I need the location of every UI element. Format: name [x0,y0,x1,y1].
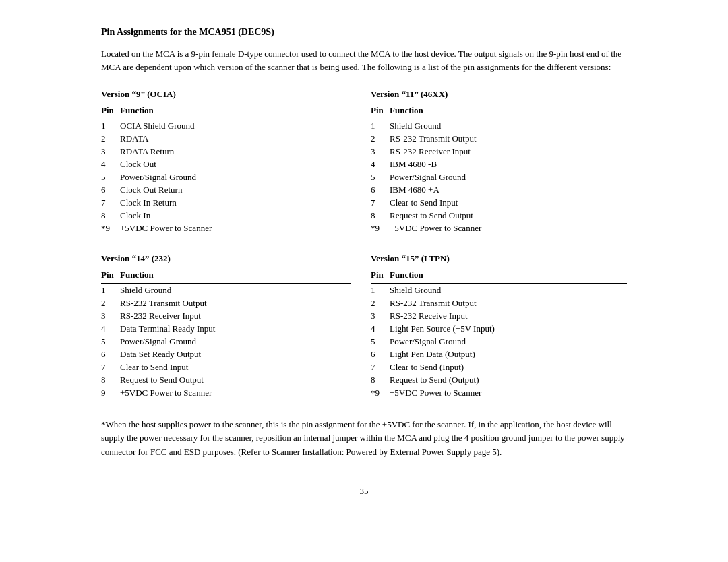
table-row: 9+5VDC Power to Scanner [101,386,351,399]
table-row: 1OCIA Shield Ground [101,119,351,133]
table-row: 8Request to Send Output [101,373,351,386]
v11-pin-header: Pin [371,105,390,119]
v14-pin-header: Pin [101,270,120,284]
pin-cell: 2 [101,132,120,145]
page-content: Pin Assignments for the MCA951 (DEC9S) L… [101,0,627,537]
pin-cell: 8 [371,209,390,222]
pin-cell: 6 [101,183,120,196]
pin-cell: 5 [371,170,390,183]
table-row: 1Shield Ground [371,284,627,297]
function-cell: Shield Ground [120,284,351,297]
table-row: 6Light Pen Data (Output) [371,348,627,361]
table-row: 5Power/Signal Ground [371,335,627,348]
pin-cell: 3 [371,145,390,158]
pin-cell: 9 [101,386,120,399]
table-row: 4Data Terminal Ready Input [101,322,351,335]
v11-function-header: Function [390,105,627,119]
page-title: Pin Assignments for the MCA951 (DEC9S) [101,27,627,38]
pin-cell: 1 [101,119,120,133]
table-row: *9+5VDC Power to Scanner [371,222,627,235]
table-row: 7Clock In Return [101,196,351,209]
table-row: 7Clear to Send (Input) [371,361,627,373]
function-cell: Clock Out Return [120,183,351,196]
pin-cell: 3 [101,145,120,158]
function-cell: Clear to Send (Input) [390,361,627,373]
function-cell: Light Pen Data (Output) [390,348,627,361]
function-cell: RS-232 Transmit Output [390,296,627,309]
table-row: 4Clock Out [101,158,351,170]
function-cell: Request to Send (Output) [390,373,627,386]
function-cell: RDATA [120,132,351,145]
table-row: 6Clock Out Return [101,183,351,196]
table-row: *9+5VDC Power to Scanner [371,386,627,399]
table-row: 8Clock In [101,209,351,222]
pin-cell: 8 [101,373,120,386]
pin-cell: 6 [371,183,390,196]
function-cell: Clock In Return [120,196,351,209]
pin-cell: 1 [371,119,390,133]
version-14-title: Version “14” (232) [101,253,351,264]
function-cell: Data Set Ready Output [120,348,351,361]
table-row: 2RDATA [101,132,351,145]
top-versions-grid: Version “9” (OCIA) Pin Function 1OCIA Sh… [101,89,627,235]
pin-cell: 4 [101,158,120,170]
pin-cell: *9 [371,222,390,235]
pin-cell: 4 [371,322,390,335]
function-cell: Clock In [120,209,351,222]
pin-cell: 3 [371,309,390,322]
pin-cell: 7 [101,361,120,373]
pin-cell: *9 [101,222,120,235]
table-row: 5Power/Signal Ground [101,170,351,183]
function-cell: IBM 4680 +A [390,183,627,196]
function-cell: RS-232 Transmit Output [120,296,351,309]
pin-cell: 8 [101,209,120,222]
pin-cell: 8 [371,373,390,386]
table-row: 4Light Pen Source (+5V Input) [371,322,627,335]
function-cell: RDATA Return [120,145,351,158]
function-cell: RS-232 Receiver Input [390,145,627,158]
function-cell: Light Pen Source (+5V Input) [390,322,627,335]
pin-cell: 1 [371,284,390,297]
pin-cell: 6 [101,348,120,361]
version-9-table: Pin Function 1OCIA Shield Ground2RDATA3R… [101,105,351,235]
version-11-title: Version “11” (46XX) [371,89,627,100]
table-row: 4IBM 4680 -B [371,158,627,170]
function-cell: +5VDC Power to Scanner [390,222,627,235]
table-row: 3RS-232 Receiver Input [101,309,351,322]
bottom-versions-grid: Version “14” (232) Pin Function 1Shield … [101,253,627,399]
function-cell: OCIA Shield Ground [120,119,351,133]
table-row: 5Power/Signal Ground [101,335,351,348]
pin-cell: 5 [101,170,120,183]
function-cell: Shield Ground [390,284,627,297]
pin-cell: 3 [101,309,120,322]
version-14-section: Version “14” (232) Pin Function 1Shield … [101,253,364,399]
table-row: 2RS-232 Transmit Output [101,296,351,309]
pin-cell: 1 [101,284,120,297]
v15-pin-header: Pin [371,270,390,284]
pin-cell: 2 [371,296,390,309]
table-row: 6IBM 4680 +A [371,183,627,196]
table-row: 2RS-232 Transmit Output [371,132,627,145]
table-row: 3RS-232 Receive Input [371,309,627,322]
version-15-table: Pin Function 1Shield Ground2RS-232 Trans… [371,270,627,399]
v9-pin-header: Pin [101,105,120,119]
version-15-section: Version “15” (LTPN) Pin Function 1Shield… [364,253,627,399]
function-cell: Clear to Send Input [120,361,351,373]
function-cell: RS-232 Transmit Output [390,132,627,145]
pin-cell: 7 [371,196,390,209]
table-row: 7Clear to Send Input [101,361,351,373]
function-cell: +5VDC Power to Scanner [120,386,351,399]
v15-function-header: Function [390,270,627,284]
pin-cell: 2 [101,296,120,309]
version-14-table: Pin Function 1Shield Ground2RS-232 Trans… [101,270,351,399]
function-cell: Shield Ground [390,119,627,133]
function-cell: RS-232 Receive Input [390,309,627,322]
version-11-table: Pin Function 1Shield Ground2RS-232 Trans… [371,105,627,235]
function-cell: Request to Send Output [390,209,627,222]
function-cell: Power/Signal Ground [120,170,351,183]
function-cell: RS-232 Receiver Input [120,309,351,322]
table-row: 8Request to Send Output [371,209,627,222]
table-row: 3RDATA Return [101,145,351,158]
function-cell: +5VDC Power to Scanner [120,222,351,235]
pin-cell: 4 [371,158,390,170]
